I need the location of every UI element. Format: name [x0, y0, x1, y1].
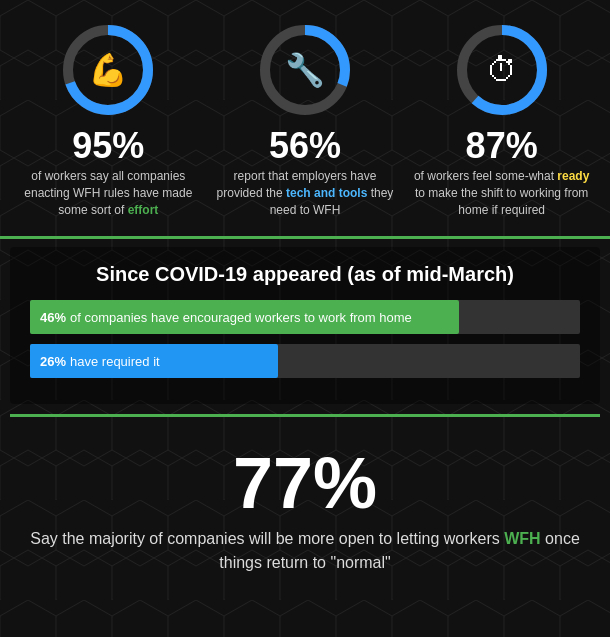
page-background: 💪 95% of workers say all companies enact… [0, 0, 610, 637]
timer-icon: ⏱ [486, 52, 518, 89]
desc-95: of workers say all companies enacting WF… [18, 168, 198, 218]
bar-encouraged: 46%of companies have encouraged workers … [30, 300, 580, 334]
donut-95: 💪 [58, 20, 158, 120]
top-divider [0, 236, 610, 239]
donut-87: ⏱ [452, 20, 552, 120]
percent-56: 56% [269, 128, 341, 164]
percent-87: 87% [466, 128, 538, 164]
bar-track-encouraged: 46%of companies have encouraged workers … [30, 300, 580, 334]
desc-56: report that employers have provided the … [215, 168, 395, 218]
percent-95: 95% [72, 128, 144, 164]
bar-fill-encouraged: 46%of companies have encouraged workers … [30, 300, 459, 334]
bar-label-required: 26%have required it [40, 354, 160, 369]
bar-fill-required: 26%have required it [30, 344, 278, 378]
covid-title: Since COVID-19 appeared (as of mid-March… [30, 263, 580, 286]
bottom-desc: Say the majority of companies will be mo… [30, 527, 580, 575]
tech-tools-highlight: tech and tools [286, 186, 367, 200]
bar-label-encouraged: 46%of companies have encouraged workers … [40, 310, 412, 325]
ready-highlight: ready [557, 169, 589, 183]
tools-icon: 🔧 [285, 51, 325, 89]
bottom-percent: 77% [30, 447, 580, 519]
strength-icon: 💪 [88, 51, 128, 89]
desc-87: of workers feel some-what ready to make … [412, 168, 592, 218]
donut-56: 🔧 [255, 20, 355, 120]
covid-section: Since COVID-19 appeared (as of mid-March… [10, 247, 600, 404]
bar-required: 26%have required it [30, 344, 580, 378]
stat-card-87: ⏱ 87% of workers feel some-what ready to… [412, 20, 592, 218]
wfh-highlight: WFH [504, 530, 540, 547]
effort-highlight: effort [128, 203, 159, 217]
stat-card-95: 💪 95% of workers say all companies enact… [18, 20, 198, 218]
bottom-divider [10, 414, 600, 417]
bar-track-required: 26%have required it [30, 344, 580, 378]
stat-card-56: 🔧 56% report that employers have provide… [215, 20, 395, 218]
top-stats-section: 💪 95% of workers say all companies enact… [0, 0, 610, 228]
bottom-section: 77% Say the majority of companies will b… [0, 427, 610, 585]
